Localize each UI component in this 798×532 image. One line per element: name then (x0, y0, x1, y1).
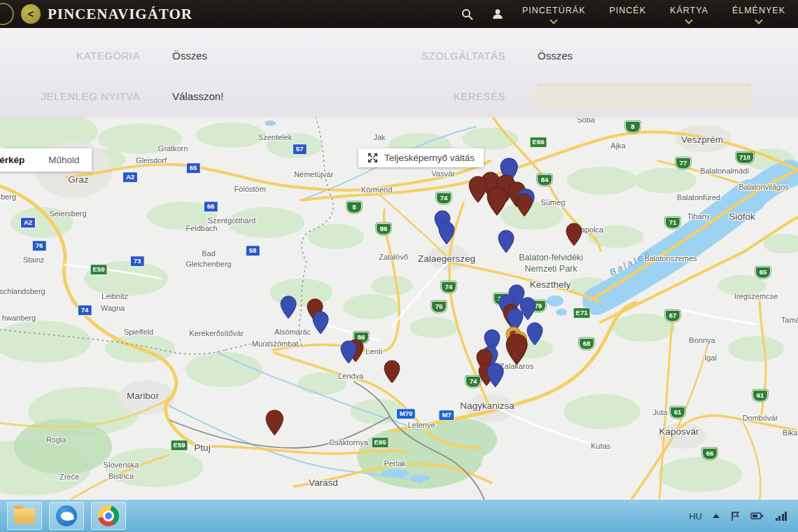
nav-item[interactable]: PINCETÚRÁK (522, 6, 586, 23)
filter-row-szolgaltatas: SZOLGÁLTATÁS Összes (399, 43, 798, 67)
header: < PINCENAVIGÁTOR PINCETÚRÁKPINCÉKKÁRTYAÉ… (0, 0, 798, 28)
fullscreen-label: Teljesképernyő váltás (384, 153, 475, 163)
header-nav: PINCETÚRÁKPINCÉKKÁRTYAÉLMÉNYEK (522, 6, 785, 23)
back-button[interactable]: < (21, 4, 41, 24)
chrome-icon (98, 505, 119, 526)
nav-item-label: ÉLMÉNYEK (732, 6, 785, 15)
map-marker-maroon[interactable] (566, 223, 582, 249)
taskbar: HU (0, 500, 798, 532)
taskbar-apps (0, 502, 126, 530)
map-marker-blue[interactable] (312, 311, 329, 337)
map-marker-blue[interactable] (438, 221, 455, 248)
chevron-down-icon (755, 16, 762, 24)
search-icon[interactable] (461, 8, 473, 20)
map-marker-blue[interactable] (498, 230, 514, 256)
map-marker-maroon[interactable] (486, 186, 507, 219)
szolgaltatas-label: SZOLGÁLTATÁS (399, 50, 505, 62)
back-icon: < (28, 8, 34, 19)
map-marker-maroon[interactable] (468, 176, 488, 206)
thunderbird-icon (56, 505, 77, 526)
chevron-down-icon (550, 16, 558, 24)
satellite-button[interactable]: Műhold (36, 148, 91, 172)
map-marker-maroon[interactable] (384, 360, 400, 386)
fullscreen-icon (368, 153, 378, 163)
folder-icon (14, 508, 35, 524)
szolgaltatas-select[interactable]: Összes (538, 50, 573, 62)
header-right: PINCETÚRÁKPINCÉKKÁRTYAÉLMÉNYEK (461, 6, 798, 23)
action-center-flag-icon[interactable] (730, 511, 740, 522)
kategoria-label: KATEGÓRIA (0, 50, 140, 62)
hidden-icons-button[interactable] (713, 514, 720, 518)
nav-item-label: PINCÉK (610, 6, 647, 15)
thunderbird-button[interactable] (49, 502, 84, 530)
map-type-control: Térkép Műhold (0, 148, 92, 172)
system-tray: HU (689, 511, 798, 522)
map[interactable]: GratkornGrazbergSeiersbergGleisdorfFölös… (0, 118, 798, 500)
chevron-down-icon (685, 16, 693, 24)
chrome-button[interactable] (91, 502, 126, 530)
filter-row-nyitva: JELENLEG NYITVA Válasszon! (0, 84, 399, 108)
map-marker-blue[interactable] (486, 363, 504, 391)
nav-item-label: PINCETÚRÁK (522, 6, 586, 15)
filter-row-kereses: KERESÉS (399, 84, 798, 108)
network-signal-icon[interactable] (774, 512, 787, 521)
map-marker-maroon[interactable] (516, 193, 533, 220)
filter-panel: KATEGÓRIA Összes SZOLGÁLTATÁS Összes JEL… (0, 28, 798, 118)
user-icon[interactable] (491, 8, 504, 20)
map-button[interactable]: Térkép (0, 148, 36, 172)
kereses-label: KERESÉS (399, 90, 505, 102)
partial-button[interactable] (0, 3, 14, 25)
header-left: < PINCENAVIGÁTOR (0, 3, 192, 25)
language-indicator[interactable]: HU (689, 511, 702, 522)
nav-item[interactable]: KÁRTYA (670, 6, 708, 23)
filter-row-kategoria: KATEGÓRIA Összes (0, 43, 399, 67)
nav-item[interactable]: ÉLMÉNYEK (732, 6, 785, 23)
jelenleg-nyitva-select[interactable]: Válasszon! (172, 90, 223, 102)
map-marker-maroon[interactable] (505, 333, 528, 368)
file-explorer-button[interactable] (7, 502, 42, 530)
kategoria-select[interactable]: Összes (172, 50, 207, 62)
map-marker-maroon[interactable] (265, 410, 284, 438)
map-markers-layer (0, 118, 798, 500)
fullscreen-button[interactable]: Teljesképernyő váltás (358, 148, 484, 167)
screen: < PINCENAVIGÁTOR PINCETÚRÁKPINCÉKKÁRTYAÉ… (0, 0, 798, 532)
map-marker-blue[interactable] (280, 295, 297, 322)
search-input[interactable] (538, 84, 750, 108)
map-marker-blue[interactable] (340, 340, 357, 367)
jelenleg-nyitva-label: JELENLEG NYITVA (0, 90, 140, 102)
site-title[interactable]: PINCENAVIGÁTOR (48, 6, 192, 23)
nav-item[interactable]: PINCÉK (610, 6, 647, 15)
nav-item-label: KÁRTYA (670, 6, 708, 15)
map-marker-blue[interactable] (526, 322, 543, 349)
battery-icon[interactable] (750, 512, 764, 520)
